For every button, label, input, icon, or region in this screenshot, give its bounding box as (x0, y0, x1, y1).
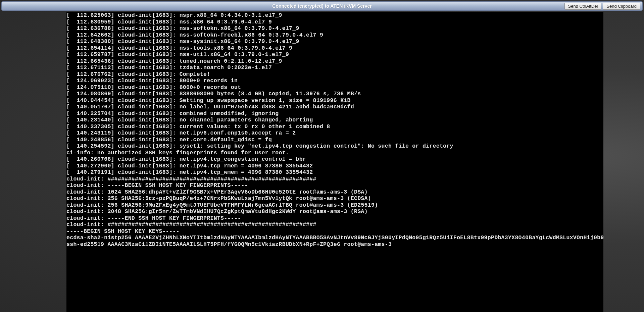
send-ctrlaltdel-button[interactable]: Send CtrlAltDel (564, 3, 602, 10)
toolbar-buttons: Send CtrlAltDel Send Clipboard (564, 3, 641, 10)
connection-status-title: Connected (encrypted) to ATEN iKVM Serve… (4, 3, 640, 9)
send-clipboard-button[interactable]: Send Clipboard (603, 3, 640, 10)
console-viewport[interactable]: [ 112.625063] cloud-init[1683]: nspr.x86… (66, 12, 603, 312)
kvm-toolbar: Connected (encrypted) to ATEN iKVM Serve… (1, 1, 643, 11)
console-output: [ 112.625063] cloud-init[1683]: nspr.x86… (66, 12, 603, 248)
